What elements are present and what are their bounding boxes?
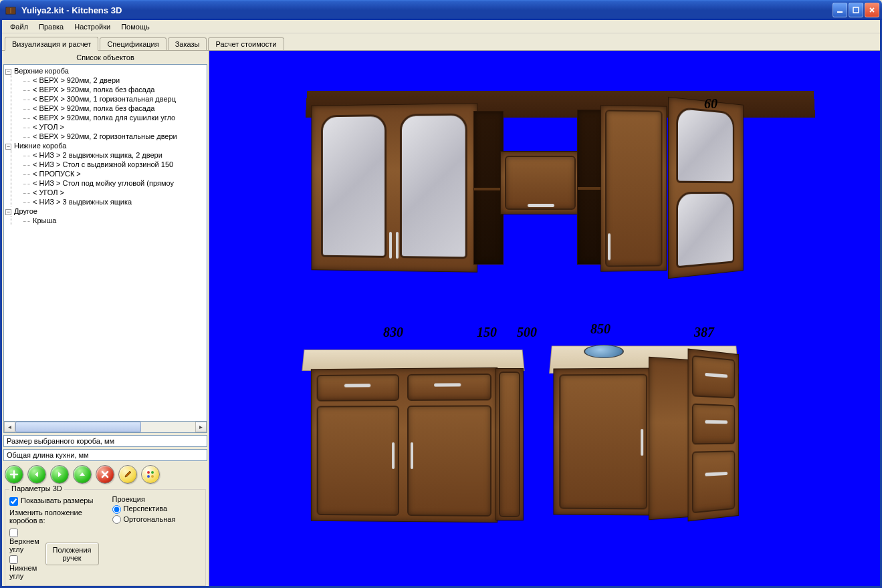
tree-item[interactable]: < ВЕРХ > 920мм, 2 двери: [23, 76, 205, 85]
menu-settings[interactable]: Настройки: [69, 21, 116, 32]
tab-costing[interactable]: Расчет стоимости: [208, 37, 284, 50]
tree-item[interactable]: < НИЗ > Стол с выдвижной корзиной 150: [23, 160, 205, 169]
scroll-right-icon[interactable]: ►: [195, 422, 207, 432]
show-dims-input[interactable]: [9, 497, 18, 506]
tree-item[interactable]: < ВЕРХ > 920мм, полка без фасада: [23, 85, 205, 94]
edit-button[interactable]: [118, 465, 137, 484]
tree-item-label: < ВЕРХ > 920мм, 2 двери: [33, 76, 120, 84]
lower-corner-panel: [649, 357, 692, 521]
tree-item[interactable]: < ВЕРХ > 300мм, 1 горизонтальная дверц: [23, 94, 205, 104]
handles-position-button[interactable]: Положения ручек: [45, 543, 99, 565]
tree-item-label: < УГОЛ >: [33, 123, 64, 131]
orthogonal-radio[interactable]: Ортогональная: [112, 515, 202, 525]
top-corner-checkbox[interactable]: Верхнем углу: [9, 529, 40, 554]
top-corner-input[interactable]: [9, 529, 18, 537]
dimension-label: 150: [477, 325, 497, 340]
tree-item-label: Крыша: [33, 216, 56, 225]
scroll-left-icon[interactable]: ◄: [4, 422, 15, 432]
top-corner-label: Верхнем углу: [9, 537, 39, 553]
tree-item-label: < ВЕРХ > 920мм, полка без фасада: [33, 86, 154, 94]
change-pos-label: Изменить положение коробов в:: [9, 508, 99, 525]
left-panel: Список объектов −Верхние короба < ВЕРХ >…: [2, 51, 209, 586]
minimize-button[interactable]: [833, 3, 847, 17]
toolbar: [2, 461, 209, 486]
dimension-label: 830: [383, 325, 403, 340]
tab-bar: Визуализация и расчет Спецификация Заказ…: [2, 35, 880, 51]
projection-label: Проекция: [112, 495, 202, 503]
bottom-corner-input[interactable]: [9, 555, 18, 564]
orthogonal-input[interactable]: [112, 515, 121, 524]
selected-size-input[interactable]: [3, 435, 207, 447]
total-size-input[interactable]: [3, 449, 207, 461]
svg-point-5: [147, 471, 150, 474]
tree-group-upper[interactable]: −Верхние короба: [5, 66, 205, 76]
close-button[interactable]: [865, 3, 879, 17]
tree-hscroll[interactable]: ◄ ►: [3, 422, 207, 433]
tree-group-lower[interactable]: −Нижние короба: [5, 141, 205, 150]
add-button[interactable]: [5, 465, 23, 484]
bottom-corner-checkbox[interactable]: Нижнем углу: [9, 555, 40, 580]
tree-group-label: Другое: [14, 207, 37, 215]
upper-corner-cabinet: [600, 105, 667, 271]
object-list-title: Список объектов: [2, 51, 209, 64]
show-dims-label: Показывать размеры: [21, 496, 93, 504]
perspective-label: Перспектива: [124, 504, 168, 512]
app-icon: [5, 5, 16, 15]
tree-item-label: < ПРОПУСК >: [33, 170, 81, 178]
move-up-button[interactable]: [73, 465, 92, 484]
tree-item-label: < НИЗ > 2 выдвижных ящика, 2 двери: [33, 151, 162, 159]
minus-icon[interactable]: −: [5, 69, 11, 75]
tree-item[interactable]: < ПРОПУСК >: [23, 169, 205, 178]
palette-button[interactable]: [141, 465, 160, 484]
tree-item[interactable]: < УГОЛ >: [23, 188, 205, 197]
viewport-3d[interactable]: 60 830 150 500 850 387: [209, 51, 880, 586]
menu-file[interactable]: Файл: [5, 21, 33, 32]
tree-group-other[interactable]: −Другое: [5, 206, 205, 216]
tree-item-label: < ВЕРХ > 920мм, полка без фасада: [33, 104, 154, 112]
tree-item-label: < НИЗ > 3 выдвижных ящика: [33, 198, 132, 206]
menu-edit[interactable]: Правка: [33, 21, 69, 32]
lower-sink-cabinet: [553, 368, 653, 516]
tree-item[interactable]: < ВЕРХ > 920мм, полка без фасада: [23, 104, 205, 113]
tree-item[interactable]: < НИЗ > 3 выдвижных ящика: [23, 197, 205, 206]
tree-item[interactable]: Крыша: [23, 216, 205, 225]
lower-cabinet-basket: [495, 368, 524, 521]
tree-item[interactable]: < НИЗ > 2 выдвижных ящика, 2 двери: [23, 150, 205, 160]
perspective-input[interactable]: [112, 505, 121, 514]
minus-icon[interactable]: −: [5, 144, 11, 150]
upper-cabinet-glass-right: [668, 97, 744, 279]
perspective-radio[interactable]: Перспектива: [112, 504, 202, 514]
window-title: Yuliya2.kit - Kitchens 3D: [21, 5, 833, 15]
scroll-thumb[interactable]: [15, 422, 141, 432]
menu-help[interactable]: Помощь: [116, 21, 155, 32]
tree-item-label: < ВЕРХ > 300мм, 1 горизонтальная дверц: [33, 95, 176, 103]
tab-visualization[interactable]: Визуализация и расчет: [5, 37, 98, 51]
show-dims-checkbox[interactable]: Показывать размеры: [9, 496, 99, 506]
maximize-button[interactable]: [849, 3, 863, 17]
upper-open-shelf-1: [473, 111, 504, 265]
move-left-button[interactable]: [27, 465, 46, 484]
tree-item[interactable]: < ВЕРХ > 920мм, полка для сушилки угло: [23, 113, 205, 122]
tree-item-label: < НИЗ > Стол с выдвижной корзиной 150: [33, 160, 173, 168]
tree-item-label: < ВЕРХ > 920мм, 2 горизонтальные двери: [33, 132, 177, 140]
tree-item-label: < УГОЛ >: [33, 188, 64, 196]
move-right-button[interactable]: [50, 465, 69, 484]
bottom-corner-label: Нижнем углу: [9, 564, 37, 580]
tree-group-label: Верхние короба: [14, 67, 69, 75]
svg-rect-3: [837, 11, 843, 13]
svg-rect-2: [11, 8, 15, 13]
dimension-label: 850: [590, 321, 611, 337]
tree-item[interactable]: < НИЗ > Стол под мойку угловой (прямоу: [23, 178, 205, 188]
svg-point-7: [147, 475, 150, 478]
scroll-track[interactable]: [15, 422, 195, 432]
tree-item[interactable]: < УГОЛ >: [23, 122, 205, 132]
delete-button[interactable]: [96, 465, 114, 484]
object-tree[interactable]: −Верхние короба < ВЕРХ > 920мм, 2 двери …: [3, 64, 207, 422]
minus-icon[interactable]: −: [5, 209, 11, 215]
upper-cabinet-glass-left: [311, 103, 477, 273]
tree-item[interactable]: < ВЕРХ > 920мм, 2 горизонтальные двери: [23, 132, 205, 141]
tab-specification[interactable]: Спецификация: [100, 37, 166, 50]
lower-cabinet-drawers-doors: [311, 368, 498, 523]
tab-orders[interactable]: Заказы: [168, 37, 207, 50]
tree-item-label: < ВЕРХ > 920мм, полка для сушилки угло: [33, 114, 175, 122]
